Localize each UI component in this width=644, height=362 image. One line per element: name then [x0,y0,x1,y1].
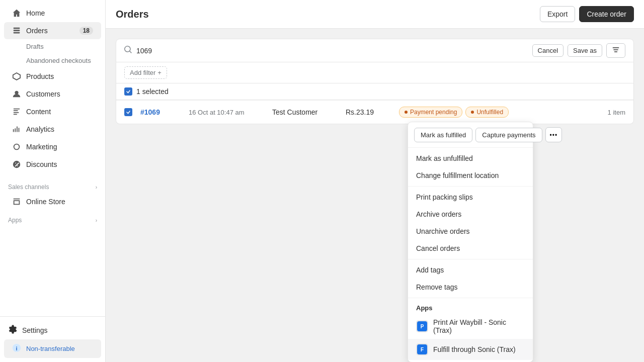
fulfill-sonic-icon: F [416,343,428,355]
sidebar: Home Orders 18 Drafts Abandoned checkout… [0,0,106,362]
dropdown-item-mark-unfulfilled[interactable]: Mark as unfulfilled [408,150,533,167]
action-bar: Mark as fulfilled Capture payments ••• [408,122,533,148]
search-actions: Cancel Save as [532,43,625,58]
chevron-right-icon: › [96,185,97,190]
order-number: #1069 [140,108,181,116]
dropdown-item-print-waybill[interactable]: P Print Air Waybill - Sonic (Trax) [408,314,533,339]
sales-channels-section[interactable]: Sales channels › [0,177,105,193]
print-waybill-icon: P [416,320,428,332]
selection-bar: 1 selected [116,83,634,100]
analytics-icon [12,125,21,134]
sidebar-item-customers[interactable]: Customers [4,85,101,103]
fulfillment-status-badge: Unfulfilled [465,107,509,118]
dropdown-divider-2 [408,259,533,259]
customers-icon [12,89,21,99]
sidebar-item-non-transferable[interactable]: i Non-transferable [4,339,101,358]
sort-button[interactable] [606,43,625,58]
payment-status-badge: Payment pending [399,107,462,118]
dropdown-menu: Mark as unfulfilled Change fulfillment l… [408,148,533,362]
dropdown-item-fulfill-sonic[interactable]: F Fulfill through Sonic (Trax) [408,339,533,360]
chevron-right-icon-apps: › [96,218,97,223]
order-items: 1 item [595,109,625,116]
marketing-icon [12,142,21,151]
payment-dot [405,111,408,114]
selected-count: 1 selected [136,87,169,96]
sidebar-item-drafts[interactable]: Drafts [4,40,101,53]
settings-icon [8,325,17,335]
dropdown-divider-1 [408,186,533,187]
content-area: Cancel Save as Add filter + 1 selected [106,29,644,362]
apps-section[interactable]: Apps › [0,211,105,226]
sidebar-item-online-store[interactable]: Online Store [4,193,101,210]
order-badges: Payment pending Unfulfilled [399,107,587,118]
sidebar-item-settings[interactable]: Settings [0,321,105,339]
cancel-button[interactable]: Cancel [532,44,564,57]
svg-text:i: i [16,345,18,351]
sidebar-item-discounts[interactable]: Discounts [4,156,101,173]
svg-text:F: F [421,347,424,352]
dropdown-item-unarchive-orders[interactable]: Unarchive orders [408,223,533,240]
page-title: Orders [116,9,149,20]
sidebar-item-analytics[interactable]: Analytics [4,121,101,138]
header-actions: Export Create order [540,6,634,22]
dropdown-item-print-packing[interactable]: Print packing slips [408,189,533,206]
table-row[interactable]: #1069 16 Oct at 10:47 am Test Customer R… [116,100,633,124]
row-checkbox[interactable] [124,108,132,116]
action-dropdown: Mark as fulfilled Capture payments ••• M… [408,122,533,362]
more-actions-button[interactable]: ••• [545,127,562,142]
add-filter-button[interactable]: Add filter + [124,66,167,79]
apps-section-label: Apps [408,300,533,314]
mark-fulfilled-button[interactable]: Mark as fulfilled [414,128,472,142]
home-icon [12,9,21,18]
svg-rect-5 [14,110,18,111]
content-icon [12,107,21,116]
order-amount: Rs.23.19 [346,108,391,116]
dropdown-item-cancel-orders[interactable]: Cancel orders [408,240,533,257]
sidebar-item-content[interactable]: Content [4,103,101,120]
sidebar-item-home[interactable]: Home [4,5,101,22]
dropdown-item-change-location[interactable]: Change fulfillment location [408,167,533,184]
dropdown-divider-3 [408,298,533,298]
export-button[interactable]: Export [540,6,575,22]
dropdown-item-add-tags[interactable]: Add tags [408,261,533,279]
page-header: Orders Export Create order [106,0,644,29]
orders-table: #1069 16 Oct at 10:47 am Test Customer R… [116,100,634,124]
discounts-icon [12,160,21,169]
order-date: 16 Oct at 10:47 am [189,109,264,116]
svg-rect-6 [14,112,19,113]
search-input[interactable] [136,47,528,55]
svg-rect-1 [14,30,20,31]
info-icon: i [12,343,21,354]
filter-bar: Add filter + [116,62,634,83]
svg-rect-4 [14,109,20,110]
orders-icon [12,26,21,35]
sidebar-item-orders[interactable]: Orders 18 [4,22,101,39]
main-area: Orders Export Create order Cancel Save a… [106,0,644,362]
fulfillment-dot [471,111,474,114]
products-icon [12,72,21,81]
sidebar-item-marketing[interactable]: Marketing [4,138,101,155]
capture-payments-button[interactable]: Capture payments [475,128,542,142]
svg-point-3 [15,91,18,95]
select-all-checkbox[interactable] [124,87,132,96]
svg-text:P: P [421,324,424,329]
search-bar: Cancel Save as [116,39,634,62]
sidebar-item-products[interactable]: Products [4,68,101,85]
create-order-button[interactable]: Create order [579,6,634,22]
sidebar-item-abandoned-checkouts[interactable]: Abandoned checkouts [4,54,101,67]
svg-rect-2 [14,32,20,34]
online-store-icon [12,197,21,206]
svg-rect-7 [14,114,17,115]
order-customer: Test Customer [272,108,338,116]
dropdown-item-archive-orders[interactable]: Archive orders [408,206,533,223]
search-icon [124,46,132,55]
save-as-button[interactable]: Save as [568,44,602,57]
svg-rect-0 [14,28,20,29]
dropdown-item-remove-tags[interactable]: Remove tags [408,279,533,296]
